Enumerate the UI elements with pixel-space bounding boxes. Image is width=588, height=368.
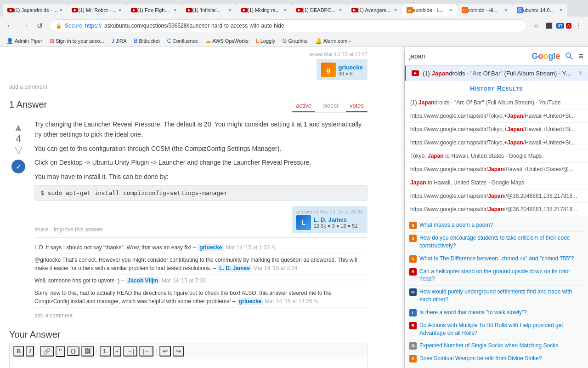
tab-close-icon[interactable]: × [119,7,122,13]
cast-icon[interactable]: ⬛ [543,20,554,31]
back-button[interactable]: ← [4,19,17,32]
outdent-button[interactable]: |← [139,346,153,356]
share-link[interactable]: share [34,226,48,233]
active-autocomplete-result[interactable]: (1) Japandroids - "Arc Of Bar" (Full Alb… [405,66,588,81]
comment-user[interactable]: grluecke [237,298,263,305]
search-submit-icon[interactable] [564,51,575,62]
se-link-5[interactable]: M How would purely underground settlemen… [407,286,585,306]
history-result-8[interactable]: https://www.google.ca/maps/dir/Japan//@3… [405,190,588,203]
history-result-7[interactable]: Japan to Hawaii, United States - Google … [405,176,588,190]
tab-close-icon[interactable]: × [59,7,62,13]
bookmark-admin[interactable]: 👤 Admin Piper [4,37,45,45]
tab-close-icon[interactable]: × [339,7,342,13]
italic-button[interactable]: I [26,346,34,356]
asker-card: g grluecke 33 ● 6 [9,59,368,80]
extension-red-badge[interactable]: A [566,23,572,29]
your-answer-section: Your Answer B I 🔗 " {} 🖼 1. • →| |← ↩ [9,329,368,368]
tab-title: (1) Japandroids - ... [14,7,57,13]
edit-icon[interactable]: ✎ [314,298,318,305]
se-link-1[interactable]: S What makes a poem a poem? [407,219,585,232]
bookmark-loggly[interactable]: L Loggly [253,37,278,45]
history-highlight: Japan [488,193,504,199]
history-result-1[interactable]: (1) Japandroids - "Arc Of Bar" (Full Alb… [405,96,588,109]
ordered-list-button[interactable]: 1. [100,346,111,356]
tab-avengers[interactable]: (1) Avengers... × [347,4,402,17]
vote-down-button[interactable]: ▽ [15,144,23,156]
link-button[interactable]: 🔗 [40,346,54,356]
se-link-6[interactable]: L Is there a word that means "to walk sl… [407,306,585,319]
bookmark-confluence[interactable]: C Confluence [164,37,201,45]
history-result-6[interactable]: https://www.google.ca/maps/dir/Japan/Haw… [405,163,588,176]
result-close-icon[interactable]: × [578,69,582,77]
undo-button[interactable]: ↩ [159,346,171,356]
tab-votes[interactable]: votes [346,100,368,112]
improve-link[interactable]: improve this answer [54,226,103,233]
tab-close-icon[interactable]: × [174,7,177,13]
asker-name[interactable]: grluecke [339,64,363,71]
history-result-5[interactable]: Tokyo, Japan to Hawaii, United States - … [405,150,588,163]
unordered-list-button[interactable]: • [113,346,122,356]
se-favicon-7: R [409,322,417,329]
active-result-text: (1) Japandroids - "Arc Of Bar" (Full Alb… [423,70,575,77]
url-bar[interactable]: 🔒 Secure https:// askubuntu.com/question… [50,19,527,32]
bookmark-bitbucket[interactable]: B Bitbucket [131,37,163,45]
tab-close-icon[interactable]: × [229,7,232,13]
tab-mrrobot[interactable]: (1) Mr. Robot - ... × [67,4,126,17]
extension-badge[interactable]: 37 [556,23,564,29]
tab-close-icon[interactable]: × [284,7,287,13]
menu-icon[interactable]: ⋮ [573,20,584,31]
answer-editor[interactable] [9,359,368,368]
g-blue: G [531,52,538,61]
forward-button[interactable]: → [18,19,31,32]
comment-1: L.D. it says I should not say "thanks". … [34,242,368,254]
tab-oldest[interactable]: oldest [319,100,342,112]
history-result-3[interactable]: https://www.google.ca/maps/dir/Tokyo,+Ja… [405,123,588,136]
se-link-2[interactable]: S How do you encourage students to take … [407,232,585,253]
tab-compiz[interactable]: C compiz - Hi... × [457,4,512,17]
tab-mixing[interactable]: (1) Mixing ra... × [237,4,292,17]
tab-deadpool[interactable]: (1) DEADPO... × [292,4,347,17]
tab-askubuntu[interactable]: A autohide - L... × [402,4,457,17]
edit-icon[interactable]: ✎ [271,244,276,251]
bookmark-graphite[interactable]: G Graphite [280,37,311,45]
se-link-9[interactable]: S Does Spiritual Weapon benefit from Div… [407,352,585,365]
se-link-4[interactable]: R Can a helicopter stand on the ground u… [407,265,585,286]
answerer-name[interactable]: L. D. James [314,216,358,223]
code-button[interactable]: {} [67,346,79,356]
redo-button[interactable]: ↪ [173,346,184,356]
image-button[interactable]: 🖼 [81,346,94,356]
tab-close-icon[interactable]: × [504,7,508,13]
history-result-2[interactable]: https://www.google.ca/maps/dir/Tokyo,+Ja… [405,109,588,123]
search-input[interactable] [409,52,528,60]
history-result-4[interactable]: https://www.google.ca/maps/dir/Tokyo,+Ja… [405,136,588,150]
refresh-button[interactable]: ↺ [33,19,46,32]
tab-close-icon[interactable]: × [560,7,563,13]
hamburger-menu-icon[interactable]: ≡ [578,52,583,61]
comment-user[interactable]: grluecke [198,244,224,251]
tab-japandroids[interactable]: (1) Japandroids - ... × [3,4,67,17]
add-comment-bottom[interactable]: add a comment [34,312,368,319]
bookmark-star-icon[interactable]: ☆ [531,20,542,31]
se-link-3[interactable]: S What Is The Difference between "chmod … [407,253,585,265]
blockquote-button[interactable]: " [56,346,65,357]
tab-google[interactable]: G ubuntu 14.0... × [512,4,567,17]
tab-foo[interactable]: (1) Foo Figh... × [126,4,181,17]
bookmark-alarm[interactable]: 🔔 Alarm.com - [312,37,353,45]
bookmark-jira[interactable]: J JIRA [109,37,130,45]
add-comment-top[interactable]: add a comment [9,84,368,90]
tab-close-icon[interactable]: × [449,7,452,13]
bold-button[interactable]: B [13,346,24,356]
tab-close-icon[interactable]: × [394,7,397,13]
history-result-9[interactable]: https://www.google.ca/maps/dir/Japan//@3… [405,203,588,216]
indent-button[interactable]: →| [123,346,137,356]
bookmark-signin[interactable]: ⊞ Sign in to your acco... [47,37,107,45]
se-link-8[interactable]: ⚙ Expected Number of Single Socks when M… [407,339,585,352]
tab-infinite[interactable]: (1) 'Infinite'... × [181,4,237,17]
comment-user[interactable]: L. D. James [217,264,252,272]
vote-up-button[interactable]: ▲ [13,121,23,133]
se-link-7[interactable]: R Do Actions with Multiple To Hit Rolls … [407,319,585,340]
tab-active[interactable]: active [292,100,315,112]
comment-user[interactable]: Jacob Vlijm [126,277,160,284]
g-red2: e [555,52,560,61]
bookmark-aws[interactable]: ☁ AWS OpsWorks [203,37,251,45]
